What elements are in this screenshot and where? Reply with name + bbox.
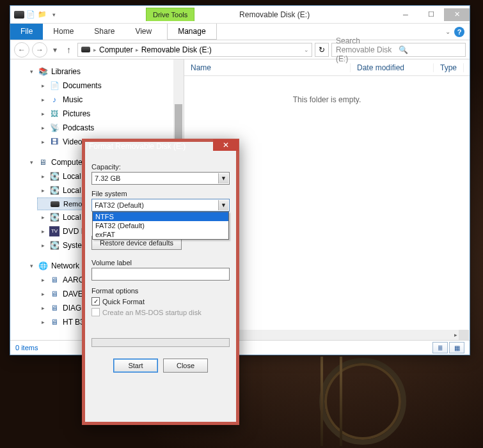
network-pc-icon: 🖥	[49, 317, 59, 327]
tree-item[interactable]: Music	[63, 94, 83, 105]
tree-item[interactable]: Documents	[63, 80, 102, 91]
maximize-button[interactable]: ☐	[418, 8, 444, 21]
search-input[interactable]: Search Removable Disk (E:) 🔍	[331, 43, 466, 57]
new-folder-icon[interactable]: 📁	[37, 10, 47, 20]
ribbon-contextual-tab[interactable]: Drive Tools	[146, 8, 194, 21]
properties-icon[interactable]: 📄	[26, 10, 36, 20]
chevron-down-icon: ▼	[218, 173, 228, 183]
column-type[interactable]: Type	[434, 63, 464, 72]
computer-icon: 🖥	[38, 157, 48, 167]
column-headers[interactable]: Name Date modified Type	[184, 59, 470, 76]
filesystem-dropdown[interactable]: NTFS FAT32 (Default) exFAT	[92, 212, 229, 240]
podcasts-icon: 📡	[49, 123, 59, 133]
disk-icon: 💽	[49, 240, 59, 251]
home-tab[interactable]: Home	[43, 24, 84, 40]
videos-icon: 🎞	[49, 137, 59, 147]
chevron-down-icon: ▼	[218, 200, 228, 210]
close-window-button[interactable]: ✕	[444, 8, 470, 21]
view-tab[interactable]: View	[125, 24, 162, 40]
dropdown-option-exfat[interactable]: exFAT	[93, 230, 228, 239]
close-button[interactable]: Close	[163, 359, 208, 373]
network-pc-icon: 🖥	[49, 289, 59, 299]
back-button[interactable]: ←	[14, 42, 29, 58]
status-item-count: 0 items	[15, 344, 38, 351]
removable-disk-icon	[50, 199, 60, 209]
filesystem-label: File system	[91, 190, 230, 197]
quick-format-label: Quick Format	[102, 298, 145, 305]
breadcrumb[interactable]: ▸ Computer ▸ Removable Disk (E:) ⌄	[77, 43, 312, 57]
pictures-icon: 🖼	[49, 109, 59, 119]
breadcrumb-item[interactable]: Removable Disk (E:)	[141, 45, 212, 54]
view-details-button[interactable]: ≣	[432, 342, 448, 353]
search-icon: 🔍	[399, 45, 461, 54]
format-options-label: Format options	[91, 287, 230, 295]
filesystem-value: FAT32 (Default)	[95, 201, 144, 209]
forward-button[interactable]: →	[32, 42, 47, 58]
breadcrumb-dropdown-icon[interactable]: ⌄	[304, 47, 309, 53]
msdos-checkbox	[91, 308, 100, 316]
drive-icon	[81, 45, 91, 55]
ribbon-expand-icon[interactable]: ⌄	[445, 28, 450, 35]
network-icon: 🌐	[38, 261, 48, 271]
expand-icon[interactable]: ▾	[28, 157, 35, 168]
status-bar: 0 items ≣ ▦	[10, 340, 470, 355]
progress-bar	[91, 338, 230, 347]
breadcrumb-item[interactable]: Computer	[99, 45, 133, 54]
empty-folder-message: This folder is empty.	[184, 95, 470, 104]
start-button[interactable]: Start	[113, 359, 158, 373]
network-pc-icon: 🖥	[49, 275, 59, 285]
minimize-button[interactable]: ─	[393, 8, 418, 21]
capacity-select[interactable]: 7.32 GB ▼	[91, 172, 230, 185]
title-bar: 📄 📁 ▾ Drive Tools Removable Disk (E:) ─ …	[10, 6, 470, 24]
tree-item[interactable]: Podcasts	[63, 122, 94, 134]
documents-icon: 📄	[49, 81, 59, 91]
explorer-window: 📄 📁 ▾ Drive Tools Removable Disk (E:) ─ …	[10, 5, 470, 355]
column-date[interactable]: Date modified	[351, 63, 434, 72]
drive-icon	[14, 10, 24, 20]
msdos-label: Create an MS-DOS startup disk	[102, 309, 202, 316]
manage-tab[interactable]: Manage	[167, 24, 216, 40]
view-icons-button[interactable]: ▦	[449, 342, 464, 353]
ribbon-tabs: File Home Share View Manage ⌄ ?	[10, 24, 470, 40]
expand-icon[interactable]: ▾	[28, 260, 35, 272]
disk-icon: 💽	[49, 212, 59, 222]
capacity-label: Capacity:	[91, 163, 230, 171]
dialog-close-button[interactable]: ✕	[213, 139, 239, 151]
tree-network[interactable]: Network	[51, 260, 79, 272]
refresh-button[interactable]: ↻	[315, 43, 329, 57]
quick-format-checkbox[interactable]	[91, 297, 100, 305]
dropdown-option-ntfs[interactable]: NTFS	[93, 212, 228, 221]
tree-item[interactable]: HT B3	[63, 316, 84, 328]
filesystem-select[interactable]: FAT32 (Default) ▼ NTFS FAT32 (Default) e…	[91, 199, 230, 212]
format-dialog: Format Removable Disk (E:) ✕ Capacity: 7…	[82, 139, 239, 425]
libraries-icon: 📚	[38, 66, 48, 77]
capacity-value: 7.32 GB	[95, 174, 120, 182]
qat-chevron-icon[interactable]: ▾	[49, 10, 59, 20]
address-bar: ← → ▾ ↑ ▸ Computer ▸ Removable Disk (E:)…	[10, 40, 470, 59]
share-tab[interactable]: Share	[84, 24, 125, 40]
dropdown-option-fat32[interactable]: FAT32 (Default)	[93, 221, 228, 230]
dvd-icon: TV	[49, 226, 59, 236]
window-title: Removable Disk (E:)	[194, 10, 393, 19]
volume-label-input[interactable]	[91, 268, 230, 281]
recent-chevron-icon[interactable]: ▾	[50, 42, 60, 58]
help-icon[interactable]: ?	[454, 27, 464, 37]
up-button[interactable]: ↑	[63, 45, 75, 55]
music-icon: ♪	[49, 95, 59, 105]
dialog-title: Format Removable Disk (E:)	[89, 142, 232, 151]
column-name[interactable]: Name	[184, 63, 351, 72]
tree-item[interactable]: Pictures	[63, 108, 90, 120]
expand-icon[interactable]: ▾	[28, 66, 35, 77]
disk-icon: 💽	[49, 185, 59, 196]
disk-icon: 💽	[49, 171, 59, 182]
file-tab[interactable]: File	[10, 24, 43, 40]
volume-label-label: Volume label	[91, 259, 230, 266]
tree-libraries[interactable]: Libraries	[51, 66, 81, 77]
network-pc-icon: 🖥	[49, 303, 59, 313]
tree-computer[interactable]: Computer	[51, 157, 85, 168]
